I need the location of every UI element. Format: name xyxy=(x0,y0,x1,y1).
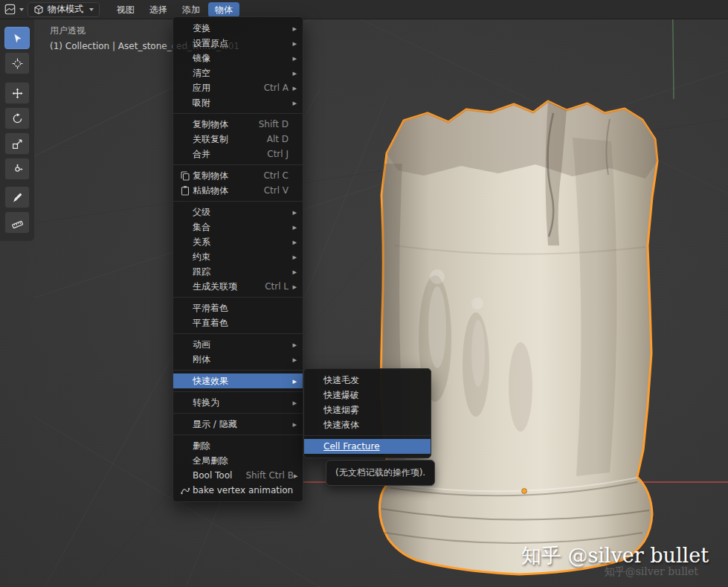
menu-item-shortcut: Ctrl A xyxy=(264,83,289,93)
menu-item-snap[interactable]: 吸附▸ xyxy=(173,95,303,110)
menu-item-shortcut: Ctrl J xyxy=(267,149,289,159)
menu-item-join[interactable]: 合并Ctrl J xyxy=(173,147,303,161)
menu-item-collection[interactable]: 集合▸ xyxy=(173,219,303,234)
menu-separator xyxy=(173,297,303,298)
editor-type-button[interactable] xyxy=(3,2,25,16)
menu-item-label: 快速烟雾 xyxy=(323,404,410,417)
menu-item-shade-flat[interactable]: 平直着色 xyxy=(173,315,303,330)
menu-item-label: 动画 xyxy=(193,339,283,351)
tool-shelf xyxy=(0,19,34,241)
menu-item-label: 设置原点 xyxy=(193,37,283,50)
tool-annotate-button[interactable] xyxy=(4,186,30,208)
menu-item-mirror[interactable]: 镜像▸ xyxy=(173,51,303,65)
menu-separator xyxy=(173,333,303,334)
submenu-arrow-icon: ▸ xyxy=(289,98,297,108)
menu-item-quick-smoke[interactable]: 快速烟雾 xyxy=(304,402,431,417)
menu-separator xyxy=(173,113,303,114)
operator-tooltip: (无文档记载的操作项). xyxy=(326,460,435,486)
menu-item-duplicate-linked[interactable]: 关联复制Alt D xyxy=(173,132,303,147)
menu-item-label: 粘贴物体 xyxy=(193,185,258,197)
submenu-arrow-icon: ▸ xyxy=(289,39,297,48)
menu-item-set-origin[interactable]: 设置原点▸ xyxy=(173,36,303,51)
menu-item-label: 平直着色 xyxy=(193,317,283,330)
object-menu: 变换▸设置原点▸镜像▸清空▸应用Ctrl A▸吸附▸复制物体Shift D关联复… xyxy=(173,16,303,502)
object-mode-icon xyxy=(33,4,44,15)
menu-item-shade-smooth[interactable]: 平滑着色 xyxy=(173,301,303,315)
menu-item-convert-to[interactable]: 转换为▸ xyxy=(173,395,303,410)
menu-item-label: 镜像 xyxy=(193,52,283,65)
submenu-arrow-icon: ▸ xyxy=(289,420,297,429)
select-box-icon xyxy=(12,33,23,44)
copy-icon xyxy=(178,170,193,181)
menu-item-cell-fracture[interactable]: Cell Fracture xyxy=(304,439,431,454)
menu-item-label: Bool Tool xyxy=(193,470,239,481)
menu-item-label: 合并 xyxy=(193,148,261,161)
annotate-icon xyxy=(12,192,23,203)
menu-item-transform[interactable]: 变换▸ xyxy=(173,21,303,36)
submenu-arrow-icon: ▸ xyxy=(289,222,297,232)
quick-effects-submenu: 快速毛发快速爆破快速烟雾快速液体Cell Fracture xyxy=(303,368,431,458)
submenu-arrow-icon: ▸ xyxy=(289,208,297,217)
menu-item-label: 平滑着色 xyxy=(193,302,283,315)
menu-item-label: 复制物体 xyxy=(193,170,257,182)
submenu-arrow-icon: ▸ xyxy=(289,340,297,350)
menu-item-label: bake vertex animation xyxy=(193,485,300,495)
menu-item-quick-effects[interactable]: 快速效果▸ xyxy=(173,373,303,388)
menu-item-rigid-body[interactable]: 刚体▸ xyxy=(173,352,303,367)
menu-item-delete-global[interactable]: 全局删除 xyxy=(173,453,303,468)
cursor-icon xyxy=(12,58,23,69)
tool-measure-button[interactable] xyxy=(4,211,30,234)
menu-item-shortcut: Shift D xyxy=(259,119,289,129)
top-header: 物体模式 视图选择添加物体 xyxy=(0,0,728,19)
menu-item-copy-objects[interactable]: 复制物体Ctrl C xyxy=(173,168,303,183)
viewport-editor-icon xyxy=(4,4,16,15)
menubar-item-add[interactable]: 添加 xyxy=(175,2,207,17)
submenu-arrow-icon: ▸ xyxy=(289,252,297,262)
menu-separator xyxy=(304,435,431,436)
tool-scale-button[interactable] xyxy=(4,132,30,155)
menu-item-label: 转换为 xyxy=(193,397,283,409)
menu-item-label: 跟踪 xyxy=(193,266,283,278)
submenu-arrow-icon: ▸ xyxy=(289,237,297,247)
menu-item-animation[interactable]: 动画▸ xyxy=(173,337,303,352)
tool-cursor-button[interactable] xyxy=(4,52,30,74)
menu-item-clear[interactable]: 清空▸ xyxy=(173,65,303,80)
mode-dropdown[interactable]: 物体模式 xyxy=(28,2,100,17)
menu-item-track[interactable]: 跟踪▸ xyxy=(173,264,303,279)
menubar-item-view[interactable]: 视图 xyxy=(110,2,141,17)
menu-item-make-links[interactable]: 生成关联项Ctrl L▸ xyxy=(173,279,303,294)
menu-item-duplicate-objects[interactable]: 复制物体Shift D xyxy=(173,117,303,132)
menu-item-label: 快速爆破 xyxy=(323,389,410,402)
tool-transform-button[interactable] xyxy=(4,158,30,180)
menu-item-label: 快速液体 xyxy=(323,419,410,432)
move-icon xyxy=(12,88,23,99)
chevron-down-icon xyxy=(19,8,24,11)
tool-rotate-button[interactable] xyxy=(4,107,30,129)
menu-item-constraints[interactable]: 约束▸ xyxy=(173,249,303,264)
submenu-arrow-icon: ▸ xyxy=(289,54,297,63)
menu-item-quick-fur[interactable]: 快速毛发 xyxy=(304,373,431,388)
menu-item-quick-explode[interactable]: 快速爆破 xyxy=(304,388,431,402)
menu-item-delete[interactable]: 删除 xyxy=(173,438,303,453)
menu-item-label: 快速效果 xyxy=(193,375,283,388)
menu-item-relations[interactable]: 关系▸ xyxy=(173,234,303,249)
menubar-item-select[interactable]: 选择 xyxy=(143,2,174,17)
menu-item-quick-liquid[interactable]: 快速液体 xyxy=(304,417,431,432)
menubar-item-object[interactable]: 物体 xyxy=(208,2,239,17)
tool-move-button[interactable] xyxy=(4,82,30,104)
bake-icon xyxy=(178,485,193,495)
submenu-arrow-icon: ▸ xyxy=(294,471,298,481)
menu-item-label: 变换 xyxy=(193,22,283,35)
menu-separator xyxy=(173,413,303,414)
menu-item-apply[interactable]: 应用Ctrl A▸ xyxy=(173,80,303,95)
tool-select-box-button[interactable] xyxy=(4,27,30,49)
menu-item-bake-vertex-animation[interactable]: bake vertex animation xyxy=(173,483,303,498)
menu-item-paste-objects[interactable]: 粘贴物体Ctrl V xyxy=(173,183,303,198)
menu-item-label: 生成关联项 xyxy=(193,280,259,293)
menu-item-parent[interactable]: 父级▸ xyxy=(173,205,303,219)
stone-column-object[interactable] xyxy=(0,0,728,587)
menu-item-label: Cell Fracture xyxy=(323,441,410,452)
menu-item-label: 关系 xyxy=(193,236,283,248)
menu-item-show-hide[interactable]: 显示 / 隐藏▸ xyxy=(173,417,303,432)
menu-item-bool-tool[interactable]: Bool ToolShift Ctrl B▸ xyxy=(173,468,303,483)
